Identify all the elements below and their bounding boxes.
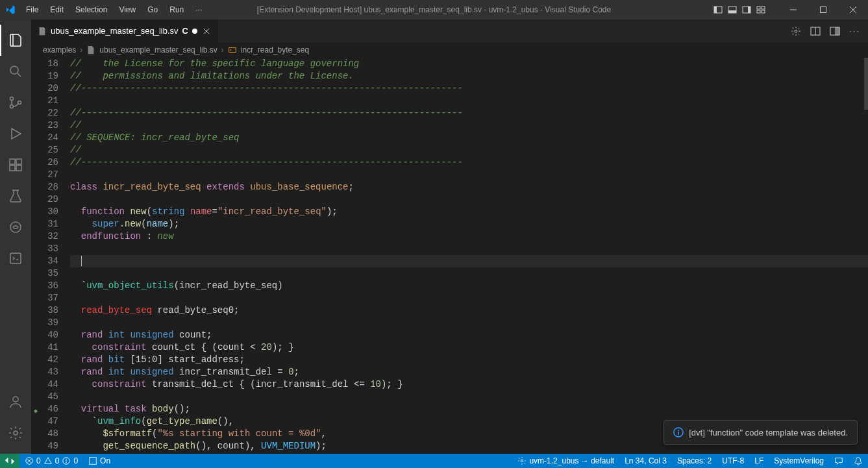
titlebar: File Edit Selection View Go Run ··· [Ext… — [0, 0, 868, 19]
layout-icons — [713, 5, 778, 14]
tab-actions: ··· — [791, 19, 868, 42]
minimize-button[interactable] — [778, 0, 808, 19]
menu-edit[interactable]: Edit — [45, 3, 69, 17]
minimap-slider[interactable] — [864, 58, 868, 110]
svg-rect-3 — [728, 10, 736, 13]
layout-panel-right-icon[interactable] — [742, 5, 751, 14]
toast-text: [dvt] "function" code template was delet… — [689, 428, 848, 437]
status-on-label: On — [100, 456, 110, 465]
activity-explorer[interactable] — [0, 25, 31, 56]
tab-bar: ubus_example_master_seq_lib.sv C ··· — [31, 19, 868, 42]
status-bell-icon[interactable] — [849, 456, 868, 465]
activity-bar — [0, 19, 31, 454]
activity-custom-2[interactable] — [0, 243, 31, 274]
menu-view[interactable]: View — [114, 3, 141, 17]
menu-selection[interactable]: Selection — [70, 3, 112, 17]
svg-rect-34 — [229, 48, 236, 53]
status-on[interactable]: On — [83, 454, 116, 468]
gutter: 1819202122232425262728293031323334353637… — [31, 58, 70, 454]
status-warnings-count: 0 — [55, 456, 60, 465]
svg-point-35 — [230, 49, 231, 51]
window-controls — [778, 0, 868, 19]
close-button[interactable] — [838, 0, 868, 19]
layout-panel-left-icon[interactable] — [713, 5, 723, 14]
svg-rect-22 — [16, 166, 21, 171]
svg-point-17 — [10, 105, 14, 108]
svg-rect-33 — [835, 27, 839, 35]
titlebar-left: File Edit Selection View Go Run ··· — [0, 3, 207, 17]
main-area: ubus_example_master_seq_lib.sv C ··· exa… — [0, 19, 868, 454]
editor-action-more-icon[interactable]: ··· — [849, 26, 860, 36]
breadcrumbs[interactable]: examples › ubus_example_master_seq_lib.s… — [31, 42, 868, 58]
breadcrumb-item[interactable]: ubus_example_master_seq_lib.sv — [99, 45, 217, 55]
svg-point-37 — [678, 430, 679, 431]
svg-point-29 — [795, 30, 797, 32]
file-icon — [38, 27, 47, 36]
chevron-right-icon: › — [221, 45, 224, 55]
minimap[interactable] — [864, 58, 868, 454]
editor[interactable]: 1819202122232425262728293031323334353637… — [31, 58, 868, 454]
activity-settings[interactable] — [0, 417, 31, 449]
notification-toast[interactable]: [dvt] "function" code template was delet… — [663, 420, 858, 445]
status-spaces[interactable]: Spaces: 2 — [672, 456, 717, 465]
info-icon — [673, 427, 684, 437]
menu-go[interactable]: Go — [142, 3, 163, 17]
editor-action-gear-icon[interactable] — [791, 26, 801, 36]
svg-rect-20 — [16, 159, 21, 164]
svg-rect-19 — [10, 159, 15, 164]
status-language[interactable]: SystemVerilog — [769, 456, 829, 465]
svg-rect-11 — [821, 7, 826, 13]
statusbar-right: uvm-1.2_ubus → default Ln 34, Col 3 Spac… — [512, 456, 868, 465]
svg-point-16 — [10, 97, 14, 101]
editor-region: ubus_example_master_seq_lib.sv C ··· exa… — [31, 19, 868, 454]
tab-lang-badge: C — [182, 26, 188, 36]
menu-file[interactable]: File — [21, 3, 43, 17]
status-branch[interactable]: uvm-1.2_ubus → default — [512, 456, 619, 465]
tab-file[interactable]: ubus_example_master_seq_lib.sv C — [31, 19, 219, 42]
activity-source-control[interactable] — [0, 87, 31, 118]
activity-custom-1[interactable] — [0, 212, 31, 243]
status-encoding[interactable]: UTF-8 — [717, 456, 749, 465]
chevron-right-icon: › — [80, 45, 82, 55]
svg-rect-45 — [90, 458, 97, 465]
breadcrumb-item[interactable]: examples — [43, 45, 76, 55]
tab-close-button[interactable] — [201, 26, 212, 36]
svg-point-26 — [14, 431, 18, 435]
status-eol[interactable]: LF — [749, 456, 769, 465]
window-title: [Extension Development Host] ubus_exampl… — [257, 5, 611, 14]
menu-more[interactable]: ··· — [190, 3, 207, 17]
svg-rect-6 — [757, 6, 760, 9]
file-icon — [86, 45, 95, 55]
svg-rect-21 — [10, 166, 15, 171]
status-errors-count: 0 — [36, 456, 41, 465]
symbol-class-icon — [228, 45, 237, 55]
activity-extensions[interactable] — [0, 149, 31, 180]
activity-run-debug[interactable] — [0, 118, 31, 149]
layout-customize-icon[interactable] — [756, 5, 765, 14]
svg-line-15 — [18, 73, 21, 77]
svg-point-25 — [13, 397, 18, 402]
layout-panel-bottom-icon[interactable] — [728, 5, 737, 14]
statusbar: 0 0 0 On uvm-1.2_ubus → default Ln 34, C… — [0, 454, 868, 468]
menu-run[interactable]: Run — [164, 3, 189, 17]
activity-search[interactable] — [0, 56, 31, 87]
status-problems[interactable]: 0 0 0 — [19, 454, 83, 468]
tab-dirty-indicator — [192, 29, 197, 34]
code-area[interactable]: // the License for the specific language… — [70, 58, 868, 454]
svg-rect-5 — [748, 6, 750, 13]
remote-indicator[interactable] — [0, 454, 19, 468]
maximize-button[interactable] — [808, 0, 838, 19]
svg-point-14 — [10, 66, 18, 74]
status-infos-count: 0 — [73, 456, 78, 465]
svg-rect-9 — [762, 10, 765, 13]
svg-rect-7 — [762, 6, 765, 9]
svg-rect-1 — [714, 6, 717, 13]
status-feedback-icon[interactable] — [829, 456, 849, 465]
editor-action-split2-icon[interactable] — [830, 26, 840, 36]
status-cursor[interactable]: Ln 34, Col 3 — [619, 456, 672, 465]
breadcrumb-item[interactable]: incr_read_byte_seq — [241, 45, 309, 55]
editor-action-split-icon[interactable] — [810, 26, 821, 36]
activity-accounts[interactable] — [0, 386, 31, 417]
activity-testing[interactable] — [0, 180, 31, 212]
svg-rect-8 — [757, 10, 760, 13]
